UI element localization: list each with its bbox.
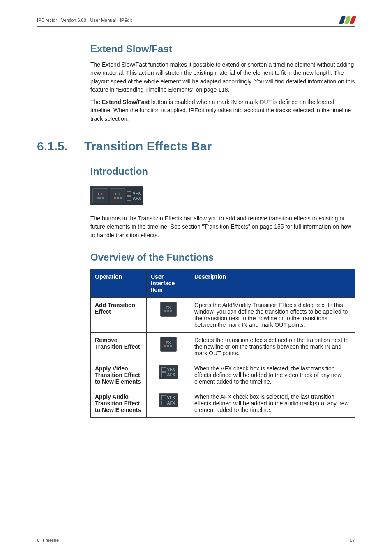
table-header-ui-item: User Interface Item	[147, 269, 190, 297]
paragraph: The Extend Slow/Fast button is enabled w…	[90, 98, 355, 123]
page-header: IPDirector - Version 6.00 - User Manual …	[37, 16, 355, 27]
vfx-afx-toggle-icon: VFX AFX	[127, 191, 141, 201]
table-row: Apply Audio Transition Effect to New Ele…	[91, 389, 355, 417]
table-header-description: Description	[190, 269, 355, 297]
text-bold: Extend Slow/Fast	[102, 99, 150, 105]
table-row: Apply Video Transition Effect to New Ele…	[91, 361, 355, 389]
table-header-operation: Operation	[91, 269, 147, 297]
fx-label: FX	[115, 192, 120, 197]
table-row: Add Transition Effect FX Opens the Add/M…	[91, 297, 355, 332]
table-row: Remove Transition Effect FX Deletes the …	[91, 332, 355, 361]
heading-extend-slow-fast: Extend Slow/Fast	[90, 43, 355, 55]
ui-item-cell: FX	[147, 332, 190, 361]
checkbox-icon	[127, 196, 131, 201]
fx-label: FX	[98, 192, 103, 197]
add-transition-effect-icon: FX	[160, 302, 177, 317]
checkbox-icon	[161, 367, 166, 372]
evs-logo	[340, 16, 355, 24]
remove-transition-effect-button-icon: FX	[110, 188, 125, 203]
text: The	[90, 99, 102, 105]
checkbox-icon	[127, 191, 131, 196]
page-footer: 6. Timeline 57	[37, 535, 355, 543]
heading-transition-effects-bar: 6.1.5. Transition Effects Bar	[37, 139, 355, 153]
operation-cell: Apply Audio Transition Effect to New Ele…	[91, 389, 147, 417]
add-transition-effect-button-icon: FX	[92, 188, 108, 203]
remove-transition-effect-icon: FX	[160, 337, 177, 352]
vfx-label: VFX	[133, 191, 141, 196]
transition-effects-bar-illustration: FX FX VFX AFX	[90, 186, 143, 205]
vfx-afx-toggle-icon: VFX AFX	[159, 393, 178, 407]
footer-page-number: 57	[350, 538, 355, 543]
checkbox-icon	[161, 395, 166, 400]
description-cell: Deletes the transition effects defined o…	[190, 332, 355, 361]
heading-overview-of-functions: Overview of the Functions	[90, 252, 355, 263]
ui-item-cell: VFX AFX	[147, 389, 190, 417]
description-cell: When the AFX check box is selected, the …	[190, 389, 355, 417]
vfx-afx-toggle-icon: VFX AFX	[159, 365, 178, 379]
footer-left: 6. Timeline	[37, 538, 59, 543]
ui-item-cell: VFX AFX	[147, 361, 190, 389]
operation-cell: Add Transition Effect	[91, 297, 147, 332]
section-title: Transition Effects Bar	[84, 139, 212, 153]
afx-label: AFX	[133, 196, 141, 201]
functions-table: Operation User Interface Item Descriptio…	[90, 269, 355, 418]
heading-introduction: Introduction	[90, 166, 355, 177]
header-left: IPDirector - Version 6.00 - User Manual …	[37, 18, 132, 23]
ui-item-cell: FX	[147, 297, 190, 332]
paragraph: The Extend Slow/Fast function makes it p…	[90, 60, 355, 94]
checkbox-icon	[161, 401, 166, 405]
paragraph: The buttons in the Transition Effects ba…	[90, 214, 355, 239]
section-number: 6.1.5.	[37, 139, 68, 153]
operation-cell: Apply Video Transition Effect to New Ele…	[91, 361, 147, 389]
description-cell: When the VFX check box is selected, the …	[190, 361, 355, 389]
operation-cell: Remove Transition Effect	[91, 332, 147, 361]
description-cell: Opens the Add/Modify Transition Effects …	[190, 297, 355, 332]
checkbox-icon	[161, 372, 166, 377]
